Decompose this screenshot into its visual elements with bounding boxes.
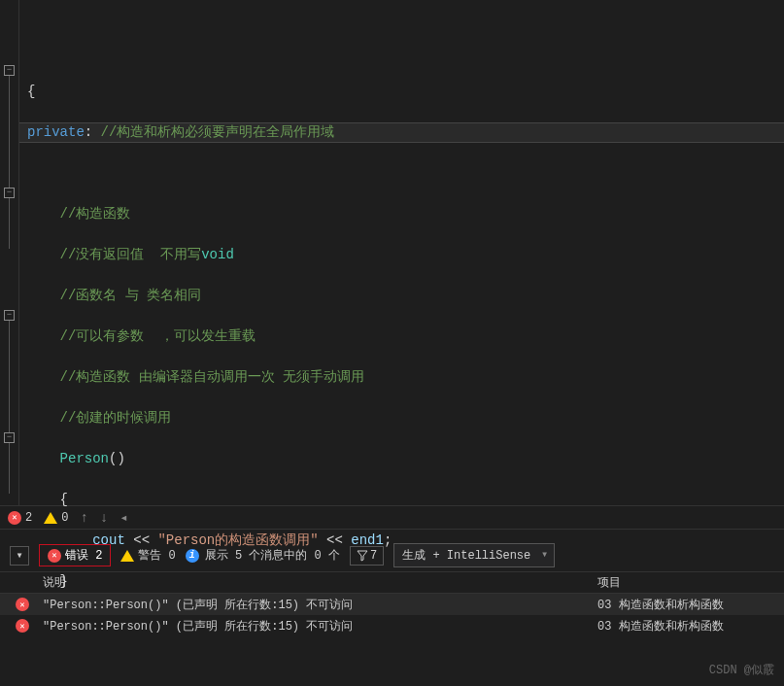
comment: //函数名 与 类名相同 (60, 288, 202, 303)
comment: //构造函数 由编译器自动调用一次 无须手动调用 (60, 369, 365, 385)
fold-toggle[interactable]: − (4, 188, 15, 198)
fold-line (9, 76, 10, 188)
comment: //构造函数 (60, 206, 131, 222)
code-editor[interactable]: − − − − { private: //构造和析构必须要声明在全局作用域 //… (0, 0, 784, 505)
code-area[interactable]: { private: //构造和析构必须要声明在全局作用域 //构造函数 //没… (19, 0, 784, 505)
brace: { (27, 84, 35, 99)
fold-toggle[interactable]: − (4, 65, 15, 76)
comment: //没有返回值 不用写 (60, 247, 202, 262)
comment: //构造和析构必须要声明在全局作用域 (92, 124, 334, 140)
fold-gutter: − − − − (0, 0, 19, 505)
ctor-name: Person (60, 451, 109, 466)
fold-line (9, 321, 10, 432)
fold-toggle[interactable]: − (4, 432, 15, 443)
comment-type: void (201, 247, 234, 262)
cout: cout (92, 532, 125, 548)
fold-toggle[interactable]: − (4, 310, 15, 321)
scope-dropdown[interactable]: ▾ (10, 546, 29, 566)
fold-line (9, 198, 10, 249)
fold-line (9, 443, 10, 494)
comment: //创建的时候调用 (60, 410, 172, 426)
error-icon: ✕ (8, 511, 21, 525)
comment: //可以有参数 ，可以发生重载 (60, 328, 256, 344)
keyword-private: private (27, 124, 85, 140)
